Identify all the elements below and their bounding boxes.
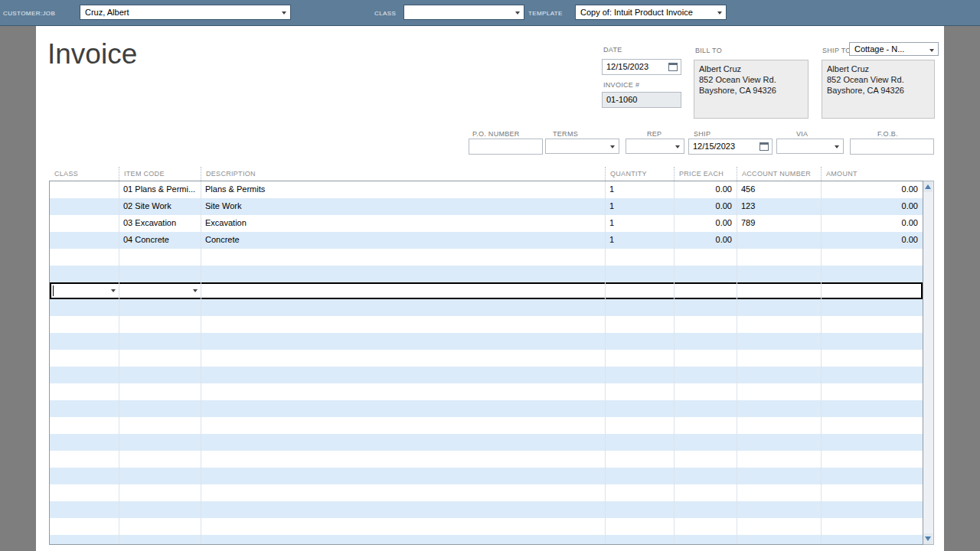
cell-item-code[interactable]	[119, 484, 201, 501]
cell-description[interactable]	[201, 266, 605, 282]
cell-item-code[interactable]	[119, 535, 201, 545]
cell-description[interactable]	[201, 316, 605, 333]
cell-account-number[interactable]	[737, 535, 821, 545]
cell-amount[interactable]	[821, 468, 923, 484]
cell-account-number[interactable]	[737, 282, 821, 299]
cell-item-code[interactable]: 02 Site Work	[119, 198, 201, 215]
cell-description[interactable]: Plans & Permits	[201, 181, 605, 198]
cell-price-each[interactable]	[674, 367, 737, 383]
cell-amount[interactable]	[821, 266, 923, 282]
cell-quantity[interactable]	[605, 451, 674, 468]
table-row[interactable]	[50, 333, 923, 350]
cell-description[interactable]	[201, 350, 605, 367]
fob-field[interactable]	[850, 139, 934, 155]
cell-quantity[interactable]	[605, 501, 674, 518]
cell-price-each[interactable]	[674, 535, 737, 545]
cell-item-code[interactable]	[119, 434, 201, 451]
cell-amount[interactable]: 0.00	[821, 198, 923, 215]
cell-class[interactable]	[50, 198, 119, 215]
calendar-icon[interactable]	[668, 63, 678, 71]
cell-item-code[interactable]	[119, 333, 201, 350]
cell-class[interactable]	[50, 367, 119, 383]
cell-price-each[interactable]: 0.00	[674, 181, 737, 198]
cell-price-each[interactable]	[674, 282, 737, 299]
cell-price-each[interactable]	[674, 468, 737, 484]
chevron-down-icon[interactable]	[610, 145, 615, 148]
cell-amount[interactable]	[821, 316, 923, 333]
cell-description[interactable]	[201, 417, 605, 434]
cell-price-each[interactable]	[674, 383, 737, 400]
cell-quantity[interactable]	[605, 400, 674, 417]
table-row[interactable]: 04 ConcreteConcrete10.000.00	[50, 232, 923, 249]
cell-price-each[interactable]	[674, 484, 737, 501]
cell-amount[interactable]	[821, 501, 923, 518]
class-dropdown[interactable]	[403, 5, 524, 20]
cell-class[interactable]	[50, 350, 119, 367]
cell-item-code[interactable]	[119, 451, 201, 468]
table-row[interactable]	[50, 451, 923, 468]
cell-quantity[interactable]	[605, 316, 674, 333]
cell-item-code[interactable]	[119, 266, 201, 282]
table-row[interactable]	[50, 400, 923, 417]
cell-quantity[interactable]: 1	[605, 181, 674, 198]
cell-quantity[interactable]: 1	[605, 198, 674, 215]
cell-class[interactable]	[50, 282, 119, 299]
chevron-down-icon[interactable]	[717, 11, 722, 15]
cell-class[interactable]	[50, 316, 119, 333]
cell-description[interactable]	[201, 518, 605, 535]
cell-account-number[interactable]	[737, 367, 821, 383]
customer-job-dropdown[interactable]: Cruz, Albert	[80, 5, 291, 20]
cell-price-each[interactable]	[674, 299, 737, 316]
cell-class[interactable]	[50, 468, 119, 484]
cell-description[interactable]	[201, 434, 605, 451]
dropdown-arrow-icon[interactable]	[111, 289, 116, 292]
cell-amount[interactable]	[821, 367, 923, 383]
chevron-down-icon[interactable]	[515, 11, 520, 15]
cell-description[interactable]	[201, 468, 605, 484]
cell-quantity[interactable]	[605, 535, 674, 545]
cell-class[interactable]	[50, 249, 119, 266]
cell-price-each[interactable]	[674, 501, 737, 518]
cell-item-code[interactable]	[119, 350, 201, 367]
cell-quantity[interactable]	[605, 468, 674, 484]
cell-item-code[interactable]	[119, 249, 201, 266]
table-row[interactable]	[50, 282, 923, 299]
cell-account-number[interactable]	[737, 232, 821, 249]
cell-item-code[interactable]	[119, 383, 201, 400]
cell-description[interactable]	[201, 451, 605, 468]
cell-price-each[interactable]	[674, 350, 737, 367]
cell-description[interactable]	[201, 501, 605, 518]
cell-description[interactable]	[201, 367, 605, 383]
cell-quantity[interactable]	[605, 282, 674, 299]
cell-quantity[interactable]	[605, 299, 674, 316]
ship-to-dropdown[interactable]: Cottage - N...	[849, 42, 939, 56]
cell-class[interactable]	[50, 484, 119, 501]
via-dropdown[interactable]	[776, 139, 844, 154]
cell-account-number[interactable]	[737, 518, 821, 535]
scroll-down-button[interactable]	[923, 533, 933, 544]
cell-price-each[interactable]	[674, 316, 737, 333]
cell-account-number[interactable]: 123	[737, 198, 821, 215]
cell-description[interactable]	[201, 299, 605, 316]
cell-amount[interactable]	[821, 350, 923, 367]
terms-dropdown[interactable]	[545, 139, 619, 154]
cell-amount[interactable]	[821, 417, 923, 434]
cell-price-each[interactable]	[674, 249, 737, 266]
cell-item-code[interactable]	[119, 501, 201, 518]
table-row[interactable]	[50, 535, 923, 545]
cell-item-code[interactable]	[119, 400, 201, 417]
table-row[interactable]	[50, 383, 923, 400]
cell-description[interactable]	[201, 400, 605, 417]
cell-class[interactable]	[50, 451, 119, 468]
cell-price-each[interactable]	[674, 400, 737, 417]
ship-date-field[interactable]: 12/15/2023	[688, 139, 773, 155]
cell-description[interactable]	[201, 333, 605, 350]
cell-account-number[interactable]	[737, 501, 821, 518]
cell-quantity[interactable]	[605, 417, 674, 434]
template-dropdown[interactable]: Copy of: Intuit Product Invoice	[575, 5, 727, 20]
cell-item-code[interactable]	[119, 367, 201, 383]
cell-item-code[interactable]: 04 Concrete	[119, 232, 201, 249]
cell-description[interactable]: Site Work	[201, 198, 605, 215]
cell-account-number[interactable]	[737, 383, 821, 400]
cell-description[interactable]	[201, 535, 605, 545]
